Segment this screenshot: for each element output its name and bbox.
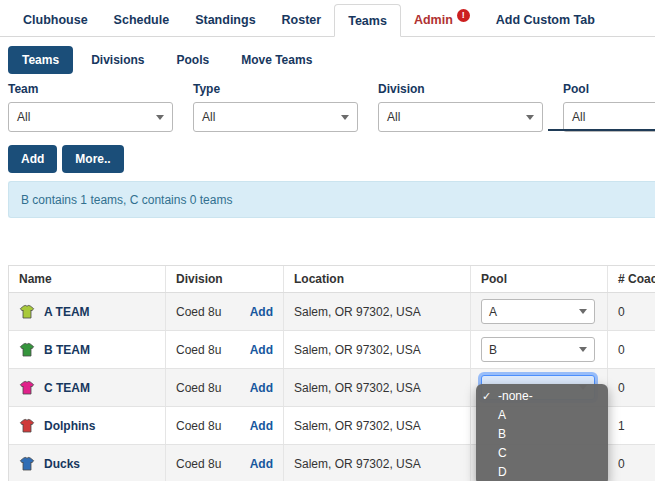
pool-cell: A	[471, 293, 608, 330]
tab-label: Roster	[282, 13, 322, 27]
tab-add-custom-tab[interactable]: Add Custom Tab	[483, 4, 608, 36]
division-label: Coed 8u	[176, 419, 221, 433]
chevron-down-icon	[341, 115, 349, 120]
column-header-location: Location	[284, 266, 471, 292]
chevron-down-icon	[156, 115, 164, 120]
table-header-row: NameDivisionLocationPool# Coaches	[9, 266, 655, 293]
location-label: Salem, OR 97302, USA	[284, 369, 471, 406]
jersey-icon	[19, 342, 35, 358]
jersey-icon	[19, 456, 35, 472]
subtab-move-teams[interactable]: Move Teams	[227, 46, 326, 74]
filter-label: Team	[8, 82, 173, 96]
team-name-link[interactable]: A TEAM	[44, 305, 90, 319]
chevron-down-icon	[526, 115, 534, 120]
team-name-link[interactable]: Ducks	[44, 457, 80, 471]
add-button[interactable]: Add	[8, 145, 57, 173]
jersey-icon	[19, 380, 35, 396]
subtab-teams[interactable]: Teams	[8, 46, 73, 74]
pool-option-d[interactable]: D	[476, 463, 608, 481]
column-header-coaches: # Coaches	[608, 266, 655, 292]
column-header-division: Division	[166, 266, 284, 292]
team-name-link[interactable]: Dolphins	[44, 419, 95, 433]
pool-option-a[interactable]: A	[476, 406, 608, 425]
filter-select-value: All	[202, 110, 215, 124]
table-row: A TEAM Coed 8u Add Salem, OR 97302, USA …	[9, 293, 655, 331]
more-button[interactable]: More..	[62, 145, 123, 173]
filter-select-value: All	[387, 110, 400, 124]
add-link[interactable]: Add	[250, 305, 273, 319]
pool-select[interactable]: B	[481, 337, 595, 362]
tab-roster[interactable]: Roster	[269, 4, 335, 36]
column-header-pool: Pool	[471, 266, 608, 292]
jersey-icon	[19, 304, 35, 320]
filters-bar: Team All Type All Division All Pool All	[8, 82, 655, 132]
tab-label: Teams	[348, 14, 387, 28]
division-label: Coed 8u	[176, 381, 221, 395]
coach-count: 0	[608, 331, 655, 368]
tab-label: Schedule	[114, 13, 170, 27]
coach-count: 0	[608, 369, 655, 406]
column-header-name: Name	[9, 266, 166, 292]
actions-bar: Add More..	[8, 145, 124, 173]
team-name-link[interactable]: C TEAM	[44, 381, 90, 395]
location-label: Salem, OR 97302, USA	[284, 331, 471, 368]
add-link[interactable]: Add	[250, 457, 273, 471]
tab-standings[interactable]: Standings	[182, 4, 268, 36]
coach-count: 1	[608, 407, 655, 444]
filter-division: Division All	[378, 82, 543, 132]
tab-label: Standings	[195, 13, 255, 27]
coach-count: 0	[608, 445, 655, 481]
info-banner-text: B contains 1 teams, C contains 0 teams	[21, 193, 232, 207]
jersey-icon	[19, 418, 35, 434]
pool-option-none[interactable]: ✓-none-	[476, 387, 608, 406]
tab-label: Add Custom Tab	[496, 13, 595, 27]
filter-select[interactable]: All	[193, 102, 358, 132]
location-label: Salem, OR 97302, USA	[284, 293, 471, 330]
filter-select[interactable]: All	[8, 102, 173, 132]
coach-count: 0	[608, 293, 655, 330]
subtab-pools[interactable]: Pools	[163, 46, 224, 74]
chevron-down-icon	[579, 309, 587, 314]
team-name-link[interactable]: B TEAM	[44, 343, 90, 357]
filter-label: Type	[193, 82, 358, 96]
alert-badge-icon: !	[457, 9, 470, 22]
tab-label: Clubhouse	[23, 13, 88, 27]
top-navigation: Clubhouse Schedule Standings Roster Team…	[0, 0, 655, 37]
pool-dropdown-menu: ✓-none-ABCD	[476, 384, 608, 481]
filter-team: Team All	[8, 82, 173, 132]
filter-select-value: All	[572, 110, 585, 124]
subtab-divisions[interactable]: Divisions	[77, 46, 158, 74]
location-label: Salem, OR 97302, USA	[284, 407, 471, 444]
division-label: Coed 8u	[176, 343, 221, 357]
filter-pool: Pool All	[563, 82, 655, 132]
pool-select-value: B	[489, 343, 497, 357]
filter-select[interactable]: All	[563, 102, 655, 132]
section-divider	[548, 129, 655, 131]
tab-label: Admin	[414, 13, 453, 27]
tab-admin[interactable]: Admin !	[401, 4, 483, 36]
pool-option-c[interactable]: C	[476, 444, 608, 463]
chevron-down-icon	[579, 347, 587, 352]
pool-option-b[interactable]: B	[476, 425, 608, 444]
filter-label: Pool	[563, 82, 655, 96]
pool-select-value: A	[489, 305, 497, 319]
add-link[interactable]: Add	[250, 381, 273, 395]
division-label: Coed 8u	[176, 457, 221, 471]
add-link[interactable]: Add	[250, 343, 273, 357]
sub-navigation: Teams Divisions Pools Move Teams	[8, 46, 326, 74]
filter-select-value: All	[17, 110, 30, 124]
filter-type: Type All	[193, 82, 358, 132]
table-row: B TEAM Coed 8u Add Salem, OR 97302, USA …	[9, 331, 655, 369]
checkmark-icon: ✓	[482, 387, 491, 406]
tab-schedule[interactable]: Schedule	[101, 4, 183, 36]
location-label: Salem, OR 97302, USA	[284, 445, 471, 481]
filter-label: Division	[378, 82, 543, 96]
filter-select[interactable]: All	[378, 102, 543, 132]
division-label: Coed 8u	[176, 305, 221, 319]
info-banner: B contains 1 teams, C contains 0 teams	[8, 181, 655, 218]
pool-select[interactable]: A	[481, 299, 595, 324]
pool-cell: B	[471, 331, 608, 368]
tab-teams[interactable]: Teams	[334, 4, 401, 37]
tab-clubhouse[interactable]: Clubhouse	[10, 4, 101, 36]
add-link[interactable]: Add	[250, 419, 273, 433]
